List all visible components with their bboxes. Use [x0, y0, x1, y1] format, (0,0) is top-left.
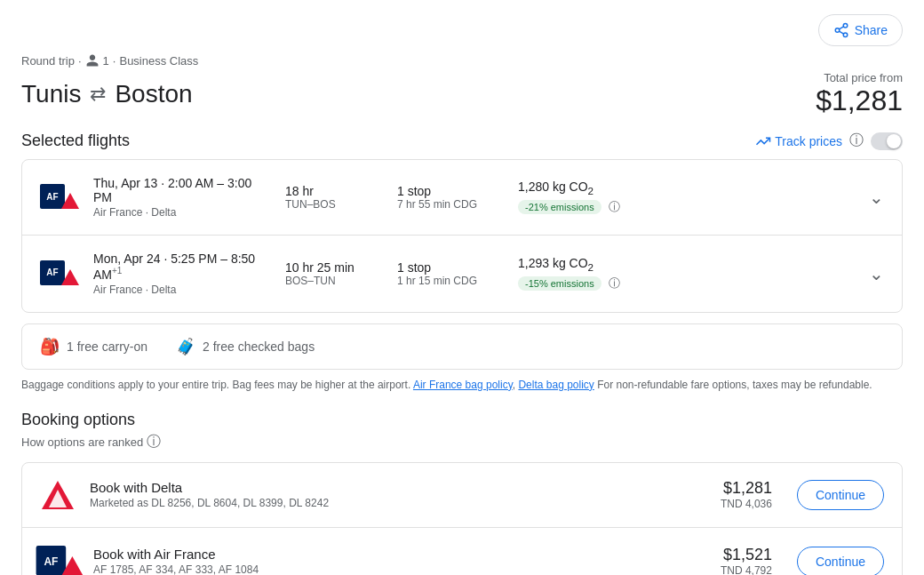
selected-flights-header: Selected flights Track prices ⓘ — [21, 132, 903, 150]
flight-1-emissions: 1,280 kg CO2 -21% emissions ⓘ — [518, 180, 855, 215]
booking-delta-name: Book with Delta — [90, 480, 706, 495]
person-icon — [85, 53, 100, 68]
share-button[interactable]: Share — [818, 14, 903, 46]
flights-container: AF Thu, Apr 13 · 2:00 AM – 3:00 PM Air F… — [21, 159, 903, 313]
booking-delta-price: $1,281 — [721, 479, 772, 498]
flight-1-stops-count: 1 stop — [397, 184, 504, 198]
route-meta: Round trip · 1 · Business Class — [21, 53, 903, 68]
route-title: Tunis ⇄ Boston — [21, 80, 193, 108]
booking-af-price-area: $1,521 TND 4,792 — [721, 546, 772, 575]
airline-logo-2: AF — [40, 254, 79, 293]
flight-2-stops-count: 1 stop — [397, 260, 504, 275]
checked-bag-item: 🧳 2 free checked bags — [176, 337, 315, 356]
trend-icon — [755, 133, 771, 149]
booking-af-info: Book with Air France AF 1785, AF 334, AF… — [93, 547, 706, 575]
checked-bag-icon: 🧳 — [176, 337, 195, 356]
booking-row-airfrance: AF Book with Air France AF 1785, AF 334,… — [22, 528, 902, 575]
track-prices-area: Track prices ⓘ — [755, 132, 903, 150]
flight-1-stop-detail: 7 hr 55 min CDG — [397, 198, 504, 211]
svg-line-4 — [839, 27, 843, 29]
booking-delta-continue-button[interactable]: Continue — [797, 480, 884, 510]
route-header: Round trip · 1 · Business Class Tunis ⇄ … — [21, 53, 903, 117]
passengers: 1 — [103, 54, 109, 68]
svg-point-1 — [835, 28, 840, 33]
booking-delta-info: Book with Delta Marketed as DL 8256, DL … — [90, 480, 706, 509]
svg-point-2 — [843, 33, 848, 37]
flight-2-datetime: Mon, Apr 24 · 5:25 PM – 8:50 AM+1 — [93, 252, 271, 282]
flight-2-emissions-info-icon[interactable]: ⓘ — [609, 276, 620, 290]
origin-city: Tunis — [21, 80, 81, 108]
delta-logo-svg — [40, 477, 76, 513]
flight-2-expand-button[interactable]: ⌄ — [869, 263, 884, 284]
booking-delta-price-area: $1,281 TND 4,036 — [721, 479, 772, 510]
destination-city: Boston — [115, 80, 192, 108]
trip-type: Round trip — [21, 54, 75, 68]
booking-af-continue-button[interactable]: Continue — [797, 547, 884, 575]
flight-2-emissions: 1,293 kg CO2 -15% emissions ⓘ — [518, 256, 855, 291]
booking-container: Book with Delta Marketed as DL 8256, DL … — [21, 462, 903, 575]
flight-2-airline: Air France · Delta — [93, 284, 271, 296]
flight-1-emissions-info-icon[interactable]: ⓘ — [609, 200, 620, 213]
flight-2-info: Mon, Apr 24 · 5:25 PM – 8:50 AM+1 Air Fr… — [93, 252, 271, 296]
flight-1-airline: Air France · Delta — [93, 206, 271, 219]
share-icon — [833, 22, 849, 38]
flight-1-duration: 18 hr TUN–BOS — [285, 184, 383, 211]
booking-af-name: Book with Air France — [93, 547, 706, 562]
delta-logo — [40, 477, 76, 513]
flight-2-stops: 1 stop 1 hr 15 min CDG — [397, 260, 504, 287]
track-prices-link[interactable]: Track prices — [755, 133, 842, 149]
booking-af-price: $1,521 — [721, 546, 772, 564]
booking-af-flights: AF 1785, AF 334, AF 333, AF 1084 — [93, 563, 706, 575]
flight-2-co2: 1,293 kg CO2 — [518, 256, 855, 273]
delta-logo-mark-2 — [61, 269, 79, 287]
flight-2-emissions-badge: -15% emissions — [518, 276, 601, 291]
flight-2-route: BOS–TUN — [285, 275, 383, 287]
booking-delta-price-sub: TND 4,036 — [721, 498, 772, 510]
flight-2-date: Mon, Apr 24 — [93, 252, 161, 266]
track-prices-label: Track prices — [775, 134, 842, 148]
carry-on-item: 🎒 1 free carry-on — [40, 337, 147, 356]
price-label: Total price from — [816, 71, 903, 84]
booking-delta-flights: Marketed as DL 8256, DL 8604, DL 8399, D… — [90, 497, 706, 509]
flight-1-datetime: Thu, Apr 13 · 2:00 AM – 3:00 PM — [93, 176, 271, 204]
flight-row: AF Mon, Apr 24 · 5:25 PM – 8:50 AM+1 Air… — [22, 236, 902, 312]
booking-af-price-sub: TND 4,792 — [721, 564, 772, 575]
flight-1-emissions-badge: -21% emissions — [518, 200, 601, 214]
flight-1-date: Thu, Apr 13 — [93, 176, 157, 190]
baggage-note: Baggage conditions apply to your entire … — [21, 377, 903, 393]
flight-1-co2: 1,280 kg CO2 — [518, 180, 855, 196]
flight-2-dur-value: 10 hr 25 min — [285, 260, 383, 275]
total-price: $1,281 — [816, 84, 903, 117]
selected-flights-title: Selected flights — [21, 132, 130, 150]
svg-line-3 — [839, 31, 843, 34]
flight-1-dur-value: 18 hr — [285, 184, 383, 198]
share-label: Share — [855, 23, 888, 37]
airfrance-delta-mark — [61, 556, 83, 575]
flight-1-stops: 1 stop 7 hr 55 min CDG — [397, 184, 504, 211]
carry-on-label: 1 free carry-on — [67, 339, 147, 354]
flight-1-expand-button[interactable]: ⌄ — [869, 187, 884, 208]
flight-2-stop-detail: 1 hr 15 min CDG — [397, 275, 504, 287]
delta-bag-policy-link[interactable]: Delta bag policy — [518, 379, 593, 391]
route-arrows: ⇄ — [90, 83, 106, 106]
booking-row-delta: Book with Delta Marketed as DL 8256, DL … — [22, 463, 902, 528]
cabin-class: Business Class — [119, 54, 198, 68]
svg-point-0 — [843, 24, 848, 28]
checked-bag-label: 2 free checked bags — [203, 339, 315, 354]
how-ranked-info-icon[interactable]: ⓘ — [147, 433, 161, 451]
airfrance-bag-policy-link[interactable]: Air France bag policy — [413, 379, 513, 391]
carry-on-icon: 🎒 — [40, 337, 60, 356]
route-title-row: Tunis ⇄ Boston Total price from $1,281 — [21, 71, 903, 117]
flight-2-duration: 10 hr 25 min BOS–TUN — [285, 260, 383, 287]
airfrance-logo: AF — [40, 542, 79, 575]
booking-options-title: Booking options — [21, 411, 903, 429]
track-prices-toggle[interactable] — [871, 132, 903, 150]
flight-2-time-suffix: +1 — [112, 266, 122, 276]
price-block: Total price from $1,281 — [816, 71, 903, 117]
airline-logo-1: AF — [40, 178, 79, 217]
flight-row: AF Thu, Apr 13 · 2:00 AM – 3:00 PM Air F… — [22, 160, 902, 236]
flight-1-route: TUN–BOS — [285, 198, 383, 211]
track-prices-info-icon[interactable]: ⓘ — [849, 132, 864, 150]
delta-logo-mark — [61, 193, 79, 211]
top-bar: Share — [21, 14, 903, 46]
